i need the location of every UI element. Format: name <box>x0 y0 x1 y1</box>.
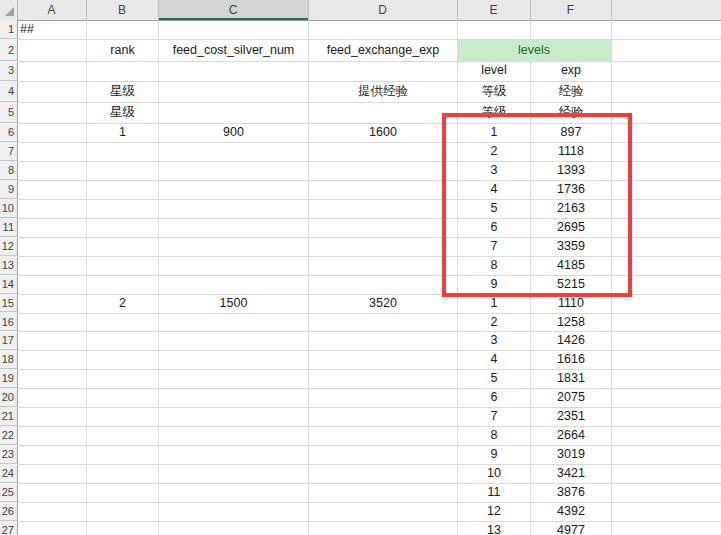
cell-F25[interactable]: 3876 <box>531 483 611 502</box>
column-header-C[interactable]: C <box>158 0 308 20</box>
cell-C15[interactable]: 1500 <box>159 294 308 313</box>
cell-E16[interactable]: 2 <box>458 313 530 332</box>
row-header-13[interactable]: 13 <box>0 256 17 275</box>
cell-E17[interactable]: 3 <box>458 331 530 350</box>
cell-F13[interactable]: 4185 <box>531 256 611 275</box>
row-header-22[interactable]: 22 <box>0 426 17 445</box>
row-header-16[interactable]: 16 <box>0 313 17 332</box>
row-header-23[interactable]: 23 <box>0 445 17 464</box>
cell-E23[interactable]: 9 <box>458 445 530 464</box>
cell-F6[interactable]: 897 <box>531 123 611 142</box>
cell-E12[interactable]: 7 <box>458 237 530 256</box>
cell-F10[interactable]: 2163 <box>531 199 611 218</box>
cell-D6[interactable]: 1600 <box>309 123 457 142</box>
cell-D4[interactable]: 提供经验 <box>309 81 457 102</box>
cell-F24[interactable]: 3421 <box>531 464 611 483</box>
column-header-A[interactable]: A <box>17 0 86 20</box>
cell-E4[interactable]: 等级 <box>458 81 530 102</box>
row-header-7[interactable]: 7 <box>0 142 17 161</box>
cell-F26[interactable]: 4392 <box>531 502 611 521</box>
cell-F15[interactable]: 1110 <box>531 294 611 313</box>
cell-E18[interactable]: 4 <box>458 350 530 369</box>
cell-E10[interactable]: 5 <box>458 199 530 218</box>
cell-E24[interactable]: 10 <box>458 464 530 483</box>
cell-E7[interactable]: 2 <box>458 142 530 161</box>
cell-F4[interactable]: 经验 <box>531 81 611 102</box>
column-header-E[interactable]: E <box>457 0 530 20</box>
cell-F18[interactable]: 1616 <box>531 350 611 369</box>
row-header-15[interactable]: 15 <box>0 294 17 313</box>
cell-E8[interactable]: 3 <box>458 161 530 180</box>
select-all-corner[interactable] <box>0 0 17 20</box>
cell-F14[interactable]: 5215 <box>531 275 611 294</box>
cell-E9[interactable]: 4 <box>458 180 530 199</box>
cell-F11[interactable]: 2695 <box>531 218 611 237</box>
cell-E19[interactable]: 5 <box>458 369 530 388</box>
row-header-20[interactable]: 20 <box>0 388 17 407</box>
row-header-21[interactable]: 21 <box>0 407 17 426</box>
cell-E3[interactable]: level <box>458 61 530 81</box>
cell-F20[interactable]: 2075 <box>531 388 611 407</box>
cell-E22[interactable]: 8 <box>458 426 530 445</box>
cell-E21[interactable]: 7 <box>458 407 530 426</box>
row-header-26[interactable]: 26 <box>0 502 17 521</box>
cell-B4[interactable]: 星级 <box>87 81 158 102</box>
row-header-10[interactable]: 10 <box>0 199 17 218</box>
cell-E14[interactable]: 9 <box>458 275 530 294</box>
cell-E20[interactable]: 6 <box>458 388 530 407</box>
cell-F12[interactable]: 3359 <box>531 237 611 256</box>
row-header-14[interactable]: 14 <box>0 275 17 294</box>
cell-F22[interactable]: 2664 <box>531 426 611 445</box>
cell-E15[interactable]: 1 <box>458 294 530 313</box>
row-header-25[interactable]: 25 <box>0 483 17 502</box>
row-header-2[interactable]: 2 <box>0 39 17 61</box>
row-header-4[interactable]: 4 <box>0 81 17 102</box>
cell-E27[interactable]: 13 <box>458 521 530 535</box>
row-header-5[interactable]: 5 <box>0 102 17 124</box>
cell-C2[interactable]: feed_cost_silver_num <box>159 39 308 61</box>
header-separator <box>611 0 612 20</box>
row-header-24[interactable]: 24 <box>0 464 17 483</box>
cell-B6[interactable]: 1 <box>87 123 158 142</box>
cell-C6[interactable]: 900 <box>159 123 308 142</box>
row-header-17[interactable]: 17 <box>0 331 17 350</box>
row-header-1[interactable]: 1 <box>0 20 17 39</box>
cell-F21[interactable]: 2351 <box>531 407 611 426</box>
cell-D15[interactable]: 3520 <box>309 294 457 313</box>
cell-A1[interactable]: ## <box>18 20 88 39</box>
cell-E6[interactable]: 1 <box>458 123 530 142</box>
cell-F19[interactable]: 1831 <box>531 369 611 388</box>
column-header-D[interactable]: D <box>308 0 457 20</box>
cell-E13[interactable]: 8 <box>458 256 530 275</box>
row-header-9[interactable]: 9 <box>0 180 17 199</box>
cell-F5[interactable]: 经验 <box>531 102 611 124</box>
cell-F23[interactable]: 3019 <box>531 445 611 464</box>
cell-E5[interactable]: 等级 <box>458 102 530 124</box>
row-header-8[interactable]: 8 <box>0 161 17 180</box>
cell-F8[interactable]: 1393 <box>531 161 611 180</box>
row-header-11[interactable]: 11 <box>0 218 17 237</box>
cell-E11[interactable]: 6 <box>458 218 530 237</box>
cell-B2[interactable]: rank <box>87 39 158 61</box>
row-header-18[interactable]: 18 <box>0 350 17 369</box>
cell-B5[interactable]: 星级 <box>87 102 158 124</box>
column-header-B[interactable]: B <box>86 0 158 20</box>
gridline-horizontal <box>17 199 721 200</box>
row-header-27[interactable]: 27 <box>0 521 17 535</box>
cell-F7[interactable]: 1118 <box>531 142 611 161</box>
cell-E25[interactable]: 11 <box>458 483 530 502</box>
column-header-F[interactable]: F <box>530 0 611 20</box>
row-header-6[interactable]: 6 <box>0 123 17 142</box>
cell-D2[interactable]: feed_exchange_exp <box>309 39 457 61</box>
cell-F9[interactable]: 1736 <box>531 180 611 199</box>
cell-B15[interactable]: 2 <box>87 294 158 313</box>
cell-E26[interactable]: 12 <box>458 502 530 521</box>
cell-F27[interactable]: 4977 <box>531 521 611 535</box>
merged-cell-levels[interactable]: levels <box>458 40 611 61</box>
cell-F16[interactable]: 1258 <box>531 313 611 332</box>
cell-F17[interactable]: 1426 <box>531 331 611 350</box>
row-header-12[interactable]: 12 <box>0 237 17 256</box>
cell-F3[interactable]: exp <box>531 61 611 81</box>
row-header-3[interactable]: 3 <box>0 61 17 81</box>
row-header-19[interactable]: 19 <box>0 369 17 388</box>
